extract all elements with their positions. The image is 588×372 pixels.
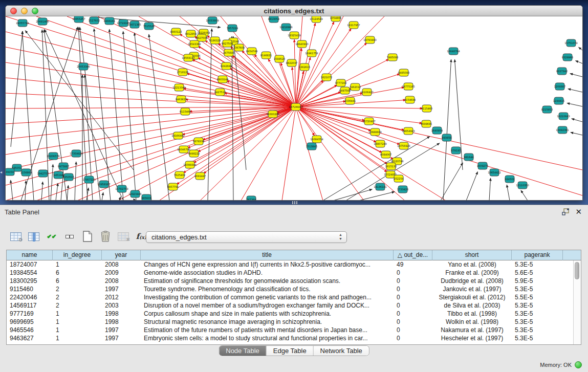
network-canvas[interactable]: 2405572420691406106552571527602646616110… [6, 16, 582, 201]
table-source-value: citations_edges.txt [151, 233, 207, 241]
citation-edge-black [443, 59, 451, 201]
citation-edge-red [177, 107, 296, 185]
tab-node-table[interactable]: Node Table [219, 346, 267, 356]
table-row[interactable]: 2242004622012Investigating the contribut… [7, 293, 581, 301]
table-row[interactable]: 1872400712008Changes of HCN gene express… [7, 260, 581, 269]
network-graph[interactable]: 2405572420691406106552571527602646616110… [6, 16, 582, 201]
table-row[interactable]: 911546021997Tourette syndrome. Phenomeno… [7, 285, 581, 293]
citation-edge-red [6, 107, 296, 108]
table-row[interactable]: 1830029562008Estimation of significance … [7, 277, 581, 285]
citation-edge-black [359, 192, 395, 201]
graph-node-label: 981644 [464, 156, 473, 159]
citation-edge-red [6, 107, 296, 185]
citation-edge-red [118, 107, 296, 201]
cell-title: Disruption of a novel member of a sodium… [141, 301, 394, 310]
table-row[interactable]: 969969511998Structural magnetic resonanc… [7, 318, 581, 326]
table-row[interactable]: 977716911998Corpus callosum shape and si… [7, 310, 581, 318]
graph-node-label: 2718126 [177, 71, 188, 74]
graph-node-label: 16671385 [128, 23, 141, 26]
graph-node-label: 7462012 [350, 85, 361, 89]
citation-edge-red [282, 107, 296, 201]
cell-short: Nakamura et al. (1997) [432, 326, 512, 334]
table-source-select[interactable]: citations_edges.txt ▲▼ [146, 231, 347, 243]
table-settings-icon[interactable]: ⚙ [8, 229, 24, 244]
new-file-icon[interactable] [80, 229, 95, 244]
cell-title: Tourette syndrome. Phenomenology and cla… [141, 285, 394, 293]
float-window-icon[interactable] [562, 208, 570, 215]
cell-name: 9463627 [7, 334, 53, 342]
column-header-year[interactable]: year [102, 250, 141, 260]
graph-node-label: 9154694 [404, 98, 416, 101]
cell-year: 2009 [102, 269, 141, 277]
select-all-checks-icon[interactable]: ✔✔ [44, 229, 59, 244]
table-row[interactable]: 1938455462009Genome-wide association stu… [7, 269, 581, 277]
graph-node-label: 4498222 [188, 152, 200, 155]
cell-in_degree: 2 [53, 301, 102, 310]
citation-edge-black [572, 119, 582, 122]
graph-node-label: 2367608 [233, 46, 245, 49]
cell-in_degree: 1 [53, 318, 102, 326]
graph-node-label: 8215953 [541, 108, 553, 111]
table-row[interactable]: 946362711997Embryonic stem cells: a mode… [7, 334, 581, 342]
cell-pagerank: 5.6E-5 [512, 269, 563, 277]
graph-node-label: 17957223 [82, 178, 95, 181]
graph-node-label: 24055724 [16, 21, 29, 25]
tab-edge-table[interactable]: Edge Table [267, 346, 314, 356]
citation-edge-black [208, 29, 212, 201]
column-header-short[interactable]: short [432, 250, 512, 260]
graph-node-label: 18775165 [402, 85, 415, 88]
graph-node-label: 7625402 [174, 173, 185, 177]
cell-year: 2012 [102, 293, 141, 301]
citation-edge-black [98, 17, 221, 27]
citation-edge-red [296, 107, 423, 108]
cell-short: Stergiakouli et al. (2012) [432, 293, 512, 301]
citation-edge-red [159, 107, 296, 201]
collapsed-side-panel-arrow[interactable]: ◂ [0, 169, 4, 176]
graph-node-label: 8822037 [286, 61, 297, 64]
trash-icon[interactable] [98, 229, 113, 244]
citation-edge-black [575, 61, 582, 63]
graph-node-label: 18325419 [288, 34, 300, 37]
panel-splitter-handle[interactable] [292, 201, 298, 204]
vertical-scrollbar[interactable] [573, 260, 581, 344]
graph-node-label: 18640910 [295, 42, 308, 46]
graph-node-label: 20053346 [77, 65, 90, 68]
table-toolbar: ⚙ ✔✔ [8, 229, 151, 244]
column-header-in_degree[interactable]: in_degree [53, 250, 102, 260]
graph-node-label: 3475685 [223, 51, 234, 54]
memory-status[interactable]: Memory: OK [540, 360, 582, 370]
graph-node-label: 9227342 [556, 70, 568, 73]
table-row[interactable]: 946554611997Estimation of the future num… [7, 326, 581, 334]
citation-edge-black [135, 33, 151, 201]
graph-node-label: 8454749 [246, 50, 257, 53]
table-row[interactable]: 1456911722003Disruption of a novel membe… [7, 301, 581, 310]
cell-title: Estimation of the future numbers of pati… [141, 326, 394, 334]
scrollbar-thumb[interactable] [575, 262, 579, 279]
window-titlebar[interactable]: citations_edges.txt [6, 6, 582, 16]
cell-name: 14569117 [7, 301, 53, 310]
show-columns-icon[interactable] [26, 229, 41, 244]
column-header-pagerank[interactable]: pagerank [512, 250, 563, 260]
cell-in_degree: 1 [53, 326, 102, 334]
column-header-name[interactable]: name [7, 250, 53, 260]
cell-short: Yano et al. (2008) [432, 260, 512, 269]
graph-node-label: 19756928 [397, 144, 410, 147]
graph-node-label: 12110350 [516, 184, 529, 187]
cell-name: 19384554 [7, 269, 53, 277]
column-header-out_degree[interactable]: △ out_de... [394, 250, 432, 260]
cell-year: 2008 [102, 277, 141, 285]
cell-name: 22420046 [7, 293, 53, 301]
rows-icon[interactable] [62, 229, 77, 244]
graph-node-label: 1733426 [397, 188, 408, 191]
network-view-window: citations_edges.txt 24055724206914061065… [5, 5, 583, 201]
tab-network-table[interactable]: Network Table [314, 346, 369, 356]
citation-edge-red [296, 107, 323, 201]
column-header-title[interactable]: title [141, 250, 394, 260]
graph-node-label: 1942757 [37, 172, 49, 175]
close-panel-icon[interactable]: ✕ [575, 207, 582, 216]
graph-node-label: 8912954 [185, 32, 197, 35]
graph-node-label: 1609275 [477, 164, 488, 167]
cell-in_degree: 6 [53, 277, 102, 285]
citation-edge-black [41, 182, 43, 201]
graph-node-label: 16210643 [557, 115, 570, 118]
